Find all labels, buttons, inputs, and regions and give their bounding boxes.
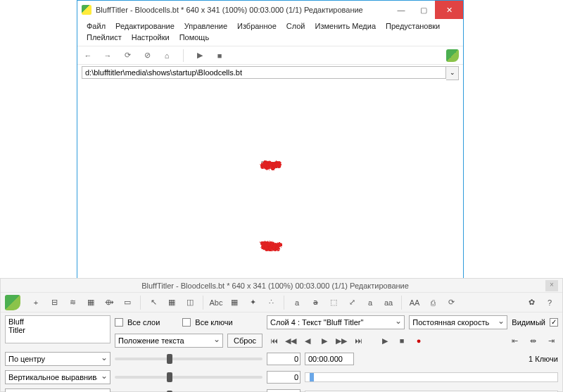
panel-title-text: BluffTitler - Bloodcells.bt * 640 x 341 … xyxy=(5,282,545,290)
play-button[interactable]: ▶ xyxy=(378,334,392,347)
address-dropdown-button[interactable]: ⌄ xyxy=(446,66,459,80)
all-keys-checkbox[interactable] xyxy=(182,318,191,327)
close-button[interactable]: ✕ xyxy=(435,1,463,19)
address-input[interactable] xyxy=(82,66,446,79)
panel-titlebar[interactable]: BluffTitler - Bloodcells.bt * 640 x 341 … xyxy=(1,279,562,293)
forward-button[interactable]: → xyxy=(101,49,114,62)
maximize-button[interactable]: ▢ xyxy=(412,1,435,19)
play-button[interactable]: ▶ xyxy=(194,49,206,62)
stopmedia-button[interactable]: ■ xyxy=(213,49,226,62)
visible-checkbox[interactable] xyxy=(550,318,558,327)
first-frame-button[interactable]: ⏮ xyxy=(267,334,281,347)
help-icon[interactable]: ? xyxy=(541,295,558,310)
menu-presets[interactable]: Предустановки xyxy=(381,20,445,32)
add-icon[interactable]: + xyxy=(27,295,44,310)
particles-icon[interactable]: ∴ xyxy=(262,295,279,310)
record-button[interactable]: ● xyxy=(412,334,426,347)
valign-select[interactable]: Вертикальное выравнивание xyxy=(5,370,110,384)
arrow-icon[interactable]: ↖ xyxy=(145,295,162,310)
menu-edit[interactable]: Редактирование xyxy=(110,20,179,32)
all-layers-checkbox[interactable] xyxy=(115,318,123,327)
properties-panel: BluffTitler - Bloodcells.bt * 640 x 341 … xyxy=(0,278,563,392)
stop-button[interactable]: ■ xyxy=(395,334,409,347)
frames-icon[interactable]: ▦ xyxy=(163,295,180,310)
stop-button[interactable]: ⊘ xyxy=(141,49,153,62)
collapse-left-icon[interactable]: ⇤ xyxy=(507,334,521,347)
grid-icon[interactable]: ▦ xyxy=(82,295,99,310)
separator-icon xyxy=(284,296,284,310)
window-title: BluffTitler - Bloodcells.bt * 640 x 341 … xyxy=(96,6,390,14)
collapse-right-icon[interactable]: ⇥ xyxy=(544,334,558,347)
panel-toolbar: + ⊟ ≋ ▦ ⟴ ▭ ↖ ▦ ◫ Abc ▦ ✦ ∴ a a̶ ⬚ ⤢ a a… xyxy=(1,293,562,312)
next-frame-button[interactable]: ▶▶ xyxy=(334,334,348,347)
navbar: ← → ⟳ ⊘ ⌂ ▶ ■ xyxy=(77,46,463,65)
layer-select[interactable]: Слой 4 : Текст "Bluff Titler" xyxy=(267,315,405,329)
menubar: Файл Редактирование Управление Избранное… xyxy=(77,19,463,46)
time-input[interactable] xyxy=(305,353,354,365)
titlebar[interactable]: BluffTitler - Bloodcells.bt * 640 x 341 … xyxy=(77,1,463,19)
separator-icon xyxy=(401,296,402,310)
fonta-icon[interactable]: a xyxy=(289,295,305,310)
next-button[interactable]: ▶ xyxy=(317,334,331,347)
menu-playlist[interactable]: Плейлист xyxy=(82,32,127,43)
value2-input[interactable] xyxy=(267,371,301,384)
move-icon[interactable]: ⟴ xyxy=(101,295,118,310)
separator-icon xyxy=(140,296,141,310)
menu-layer[interactable]: Слой xyxy=(282,20,310,32)
layer-text-input[interactable]: Bluff Titler xyxy=(5,315,110,343)
menu-media[interactable]: Изменить Медиа xyxy=(310,20,381,32)
value1-input[interactable] xyxy=(267,353,301,365)
text-icon[interactable]: Abc xyxy=(208,295,224,310)
print-icon[interactable]: ⎙ xyxy=(424,295,441,310)
last-frame-button[interactable]: ⏭ xyxy=(351,334,365,347)
addressbar: ⌄ xyxy=(82,66,459,80)
delete-icon[interactable]: ⊟ xyxy=(46,295,63,310)
texture-icon[interactable]: ▦ xyxy=(226,295,243,310)
playback-controls: ⏮ ◀◀ ◀ ▶ ▶▶ ⏭ ▶ ■ ● xyxy=(267,334,426,347)
panel-close-button[interactable]: × xyxy=(545,280,558,291)
preview-viewport[interactable]: Bluff Titler Bluff Titler xyxy=(77,83,463,280)
all-keys-label: Все ключи xyxy=(195,318,232,327)
separator-icon xyxy=(183,49,184,62)
home-button[interactable]: ⌂ xyxy=(160,49,173,62)
preview-dots-line1: Bluff xyxy=(261,160,279,169)
prev-frame-button[interactable]: ◀◀ xyxy=(284,334,298,347)
box-icon[interactable]: ⬚ xyxy=(325,295,342,310)
strike-icon[interactable]: a̶ xyxy=(307,295,324,310)
timeline-key-marker[interactable] xyxy=(310,373,314,381)
rect-icon[interactable]: ▭ xyxy=(119,295,136,310)
panel-icon[interactable]: ◫ xyxy=(182,295,198,310)
preview-dots-line2: Titler xyxy=(261,241,280,250)
menu-favorites[interactable]: Избранное xyxy=(232,20,282,32)
reset-button[interactable]: Сброс xyxy=(227,334,262,348)
prev-button[interactable]: ◀ xyxy=(301,334,315,347)
speed-select[interactable]: Постоянная скорость xyxy=(409,315,507,329)
reload-button[interactable]: ⟳ xyxy=(121,49,134,62)
menu-file[interactable]: Файл xyxy=(82,20,110,32)
main-window: BluffTitler - Bloodcells.bt * 640 x 341 … xyxy=(77,0,464,281)
menu-help[interactable]: Помощь xyxy=(175,32,215,43)
reload-icon[interactable]: ⟳ xyxy=(443,295,460,310)
outline-select[interactable]: Плоский с контуром xyxy=(5,388,110,392)
timeline[interactable] xyxy=(305,372,558,382)
app-icon xyxy=(82,5,91,15)
parrot-icon xyxy=(5,295,20,310)
property-select[interactable]: Положение текста xyxy=(115,334,223,348)
smalla-icon[interactable]: a xyxy=(362,295,379,310)
menu-control[interactable]: Управление xyxy=(179,20,232,32)
value3-input[interactable] xyxy=(267,389,301,392)
collapse-mid-icon[interactable]: ⇹ xyxy=(526,334,540,347)
align-select[interactable]: По центру xyxy=(5,352,110,366)
bigaa-icon[interactable]: AA xyxy=(406,295,423,310)
separator-icon xyxy=(203,296,203,310)
resize-icon[interactable]: ⤢ xyxy=(343,295,360,310)
layers-icon[interactable]: ≋ xyxy=(64,295,81,310)
minimize-button[interactable]: — xyxy=(390,1,412,19)
menu-settings[interactable]: Настройки xyxy=(127,32,175,43)
value1-slider[interactable] xyxy=(115,358,262,360)
back-button[interactable]: ← xyxy=(82,49,94,62)
aa-icon[interactable]: aa xyxy=(380,295,397,310)
gear-icon[interactable]: ✿ xyxy=(523,295,540,310)
effect-icon[interactable]: ✦ xyxy=(244,295,261,310)
value2-slider[interactable] xyxy=(115,376,262,379)
